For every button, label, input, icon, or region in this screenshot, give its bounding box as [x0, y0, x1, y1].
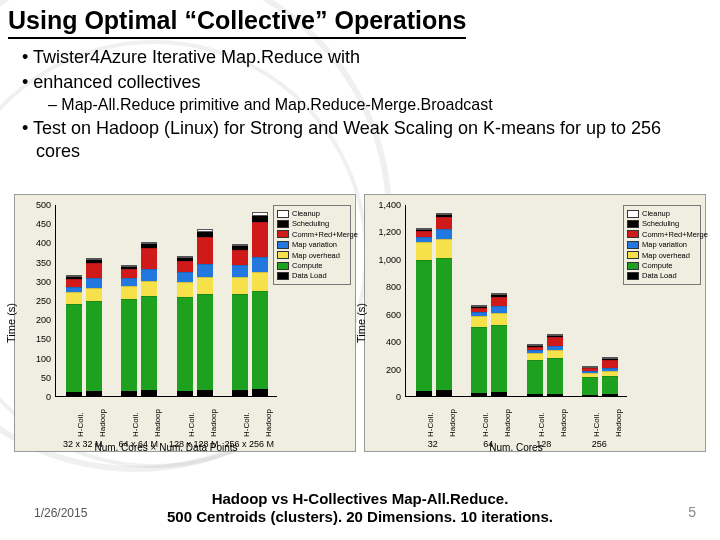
y-tick-label: 0	[46, 393, 51, 402]
bar-segment	[121, 265, 137, 267]
bar-segment	[66, 292, 82, 304]
bar-segment	[491, 306, 507, 312]
bar-segment	[232, 250, 248, 265]
bar-segment	[582, 366, 598, 368]
bar-segment	[86, 391, 102, 396]
bar-segment	[527, 394, 543, 396]
x-axis-label: Num. Cores	[405, 442, 627, 453]
plot-area	[405, 205, 627, 397]
x-bar-label: H-Coll.	[482, 413, 490, 437]
bar-segment	[66, 304, 82, 392]
bar-segment	[121, 299, 137, 391]
y-tick-label: 150	[36, 335, 51, 344]
bar-segment	[252, 257, 268, 272]
bar-segment	[86, 278, 102, 288]
bar-segment	[197, 294, 213, 390]
bar-segment	[436, 239, 452, 258]
bar-segment	[252, 212, 268, 216]
legend-swatch	[627, 241, 639, 249]
bar-segment	[197, 390, 213, 396]
x-bar-label: H-Coll.	[132, 413, 140, 437]
bar-segment	[232, 294, 248, 390]
bar-segment	[602, 394, 618, 396]
bar-segment	[141, 244, 157, 248]
x-bar-label: Hadoop	[99, 409, 107, 437]
bar-segment	[436, 390, 452, 396]
bar-segment	[491, 313, 507, 325]
y-tick-label: 1,000	[378, 255, 401, 264]
legend-swatch	[277, 241, 289, 249]
x-bar-label: Hadoop	[265, 409, 273, 437]
bar-segment	[252, 222, 268, 257]
y-tick-label: 800	[386, 283, 401, 292]
legend-label: Map overhead	[642, 251, 690, 260]
bar-segment	[232, 265, 248, 277]
bar-segment	[121, 269, 137, 279]
y-tick-label: 100	[36, 354, 51, 363]
bar-segment	[252, 389, 268, 396]
bar-segment	[491, 297, 507, 307]
bar-segment	[527, 353, 543, 360]
legend-swatch	[277, 220, 289, 228]
charts-row: Time (s) 050100150200250300350400450500 …	[14, 194, 706, 452]
bar-segment	[141, 269, 157, 281]
chart-legend: CleanupSchedulingComm+Red+MergeMap varia…	[623, 205, 701, 285]
legend-label: Cleanup	[292, 209, 320, 218]
bar-segment	[66, 392, 82, 396]
bar-segment	[416, 231, 432, 236]
bar-segment	[582, 395, 598, 396]
y-tick-label: 450	[36, 220, 51, 229]
bar-segment	[471, 307, 487, 308]
bar-segment	[121, 267, 137, 269]
legend-swatch	[277, 262, 289, 270]
bar-segment	[547, 346, 563, 351]
bullet-list: Twister4Azure Iterative Map.Reduce with …	[18, 44, 698, 164]
legend-label: Cleanup	[642, 209, 670, 218]
bar-segment	[86, 263, 102, 278]
bar-segment	[141, 242, 157, 244]
bar-segment	[66, 277, 82, 279]
y-tick-label: 200	[386, 365, 401, 374]
bar-segment	[252, 216, 268, 222]
bar-segment	[527, 360, 543, 394]
bar-segment	[547, 337, 563, 345]
legend-swatch	[627, 210, 639, 218]
y-tick-label: 500	[36, 201, 51, 210]
x-bar-label: Hadoop	[449, 409, 457, 437]
y-tick-label: 250	[36, 297, 51, 306]
legend-label: Comm+Red+Merge	[292, 230, 358, 239]
bar-segment	[491, 392, 507, 396]
bar-segment	[471, 316, 487, 327]
y-axis-label: Time (s)	[355, 303, 367, 343]
bar-segment	[141, 281, 157, 296]
y-tick-label: 1,400	[378, 201, 401, 210]
x-bar-label: H-Coll.	[538, 413, 546, 437]
legend-item: Cleanup	[277, 209, 347, 218]
bar-segment	[471, 312, 487, 315]
bar-segment	[471, 393, 487, 396]
bar-segment	[602, 359, 618, 360]
bar-segment	[177, 272, 193, 282]
legend-label: Data Load	[642, 271, 677, 280]
bar-segment	[141, 248, 157, 269]
legend-item: Data Load	[277, 271, 347, 280]
legend-label: Map variation	[642, 240, 687, 249]
bar-segment	[232, 390, 248, 396]
y-tick-label: 200	[36, 316, 51, 325]
legend-label: Comm+Red+Merge	[642, 230, 708, 239]
x-bar-label: Hadoop	[560, 409, 568, 437]
legend-item: Scheduling	[277, 219, 347, 228]
bar-segment	[471, 308, 487, 312]
legend-item: Scheduling	[627, 219, 697, 228]
plot-area	[55, 205, 277, 397]
x-bar-label: Hadoop	[154, 409, 162, 437]
bar-segment	[86, 258, 102, 260]
bar-segment	[547, 350, 563, 358]
legend-swatch	[277, 272, 289, 280]
x-bar-label: H-Coll.	[243, 413, 251, 437]
bar-segment	[582, 377, 598, 395]
bar-segment	[416, 230, 432, 231]
legend-item: Comm+Red+Merge	[627, 230, 697, 239]
legend-label: Compute	[642, 261, 672, 270]
bar-segment	[436, 217, 452, 229]
